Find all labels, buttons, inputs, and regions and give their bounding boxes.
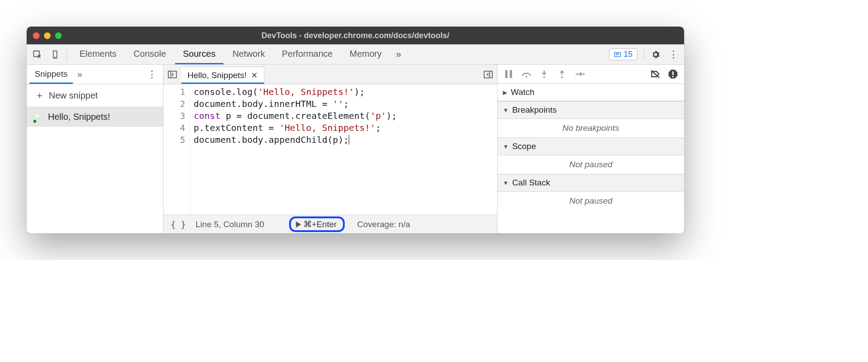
section-body: No breakpoints bbox=[498, 119, 684, 138]
run-shortcut: ⌘+Enter bbox=[303, 219, 337, 229]
chevron-down-icon: ▼ bbox=[503, 107, 509, 114]
debugger-section-breakpoints[interactable]: ▼Breakpoints bbox=[498, 101, 684, 119]
new-snippet-button[interactable]: ＋ New snippet bbox=[27, 84, 163, 106]
editor-statusbar: { } Line 5, Column 30 ⌘+Enter Coverage: … bbox=[163, 215, 497, 233]
file-tabbar: Hello, Snippets! ✕ bbox=[163, 65, 497, 84]
chevron-right-icon: ▶ bbox=[503, 89, 507, 96]
main-tabbar: ElementsConsoleSourcesNetworkPerformance… bbox=[27, 44, 684, 65]
svg-rect-3 bbox=[168, 71, 176, 78]
plus-icon: ＋ bbox=[35, 89, 44, 102]
show-debugger-icon[interactable] bbox=[479, 71, 497, 79]
divider bbox=[67, 49, 67, 60]
issues-badge[interactable]: 15 bbox=[609, 48, 637, 60]
debugger-section-scope[interactable]: ▼Scope bbox=[498, 138, 684, 155]
section-label: Call Stack bbox=[512, 178, 550, 188]
inspect-element-icon[interactable] bbox=[28, 44, 46, 65]
section-body: Not paused bbox=[498, 155, 684, 174]
svg-point-8 bbox=[543, 76, 545, 78]
code-area[interactable]: console.log('Hello, Snippets!');document… bbox=[190, 86, 397, 215]
navigator-menu-icon[interactable]: ⋮ bbox=[143, 69, 160, 80]
pause-on-exceptions-icon[interactable] bbox=[667, 68, 679, 80]
close-window-icon[interactable] bbox=[33, 32, 40, 39]
code-editor[interactable]: 12345 console.log('Hello, Snippets!');do… bbox=[163, 84, 497, 215]
coverage-status: Coverage: n/a bbox=[357, 220, 410, 229]
window-title: DevTools - developer.chrome.com/docs/dev… bbox=[27, 31, 684, 40]
minimize-window-icon[interactable] bbox=[44, 32, 51, 39]
devtools-window: DevTools - developer.chrome.com/docs/dev… bbox=[27, 27, 684, 233]
kebab-menu-icon[interactable]: ⋮ bbox=[665, 44, 682, 65]
line-gutter: 12345 bbox=[163, 86, 190, 215]
section-label: Scope bbox=[512, 142, 536, 151]
svg-point-7 bbox=[526, 76, 527, 78]
svg-rect-11 bbox=[673, 71, 674, 75]
navigator-tab-snippets[interactable]: Snippets bbox=[29, 65, 73, 84]
debugger-pane: ▶Watch▼BreakpointsNo breakpoints▼ScopeNo… bbox=[498, 65, 684, 233]
issues-count: 15 bbox=[624, 50, 633, 59]
chevron-down-icon: ▼ bbox=[503, 143, 509, 150]
navigator-tabs: Snippets » ⋮ bbox=[27, 65, 163, 84]
tab-elements[interactable]: Elements bbox=[72, 44, 124, 64]
snippet-name: Hello, Snippets! bbox=[48, 112, 110, 122]
main-area: Snippets » ⋮ ＋ New snippet Hello, Snippe… bbox=[27, 65, 684, 233]
tab-performance[interactable]: Performance bbox=[274, 44, 341, 64]
editor-pane: Hello, Snippets! ✕ 12345 console.log('He… bbox=[163, 65, 498, 233]
svg-rect-6 bbox=[510, 70, 512, 78]
svg-rect-12 bbox=[673, 76, 674, 77]
run-snippet-button[interactable]: ⌘+Enter bbox=[289, 216, 345, 232]
cursor-position: Line 5, Column 30 bbox=[195, 220, 264, 229]
tab-memory[interactable]: Memory bbox=[342, 44, 390, 64]
settings-icon[interactable] bbox=[647, 44, 665, 65]
new-snippet-label: New snippet bbox=[49, 90, 98, 101]
close-tab-icon[interactable]: ✕ bbox=[251, 71, 258, 80]
play-icon bbox=[295, 221, 302, 228]
section-label: Breakpoints bbox=[512, 105, 557, 115]
tab-sources[interactable]: Sources bbox=[175, 44, 223, 64]
snippet-file-icon bbox=[34, 111, 44, 122]
step-over-icon[interactable] bbox=[521, 68, 532, 80]
step-into-icon[interactable] bbox=[538, 68, 550, 80]
file-tab-label: Hello, Snippets! bbox=[187, 71, 247, 80]
navigator-pane: Snippets » ⋮ ＋ New snippet Hello, Snippe… bbox=[27, 65, 163, 233]
tab-network[interactable]: Network bbox=[224, 44, 273, 64]
titlebar: DevTools - developer.chrome.com/docs/dev… bbox=[27, 27, 684, 44]
svg-rect-4 bbox=[484, 71, 492, 78]
step-out-icon[interactable] bbox=[556, 68, 568, 80]
step-icon[interactable] bbox=[574, 68, 585, 80]
window-controls bbox=[33, 32, 62, 39]
chevron-down-icon: ▼ bbox=[503, 180, 509, 186]
file-tab[interactable]: Hello, Snippets! ✕ bbox=[181, 67, 264, 84]
debugger-toolbar bbox=[498, 65, 684, 84]
section-body: Not paused bbox=[498, 192, 684, 210]
svg-rect-5 bbox=[505, 70, 507, 78]
format-icon[interactable]: { } bbox=[169, 220, 187, 229]
tab-console[interactable]: Console bbox=[125, 44, 174, 64]
divider bbox=[644, 49, 644, 60]
device-toolbar-icon[interactable] bbox=[46, 44, 64, 65]
show-navigator-icon[interactable] bbox=[163, 71, 181, 79]
pause-icon[interactable] bbox=[503, 68, 514, 80]
deactivate-breakpoints-icon[interactable] bbox=[649, 68, 661, 80]
debugger-section-watch[interactable]: ▶Watch bbox=[498, 84, 684, 101]
svg-point-10 bbox=[583, 73, 585, 75]
svg-point-9 bbox=[561, 76, 563, 78]
maximize-window-icon[interactable] bbox=[55, 32, 62, 39]
debugger-section-call-stack[interactable]: ▼Call Stack bbox=[498, 174, 684, 192]
snippet-list-item[interactable]: Hello, Snippets! bbox=[27, 106, 163, 127]
more-tabs-icon[interactable]: » bbox=[390, 44, 407, 65]
more-navigator-tabs-icon[interactable]: » bbox=[77, 69, 82, 79]
section-label: Watch bbox=[511, 87, 534, 97]
